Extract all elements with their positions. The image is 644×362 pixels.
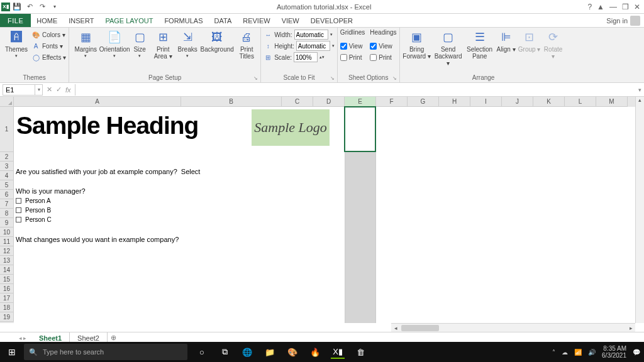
- horizontal-scrollbar[interactable]: ◂ ▸: [391, 323, 635, 332]
- cancel-formula-icon[interactable]: ✕: [47, 85, 52, 94]
- name-box-dropdown[interactable]: ▾: [35, 84, 43, 96]
- close-button[interactable]: ✕: [634, 3, 640, 11]
- row-header-1[interactable]: 1: [0, 107, 14, 152]
- effects-button[interactable]: ◯Effects ▾: [31, 52, 66, 63]
- row-header-3[interactable]: 3: [0, 162, 14, 171]
- maximize-button[interactable]: ❐: [622, 3, 629, 11]
- formula-input[interactable]: [75, 84, 635, 96]
- tab-file[interactable]: FILE: [0, 14, 31, 27]
- row-header-7[interactable]: 7: [0, 199, 14, 209]
- row-header-18[interactable]: 18: [0, 303, 14, 312]
- onedrive-icon[interactable]: ☁: [562, 349, 568, 356]
- breaks-button[interactable]: ⇲Breaks▾: [176, 29, 199, 58]
- notion-icon[interactable]: 🗑: [353, 345, 367, 359]
- excel-taskbar-icon[interactable]: X▮: [331, 345, 345, 359]
- scroll-up-icon[interactable]: ▴: [636, 97, 644, 106]
- col-header-f[interactable]: F: [376, 97, 408, 107]
- sign-in[interactable]: Sign in: [602, 14, 644, 27]
- send-backward-button[interactable]: ▢Send Backward ▾: [433, 29, 464, 67]
- row-header-16[interactable]: 16: [0, 284, 14, 293]
- row-header-13[interactable]: 13: [0, 256, 14, 265]
- row-header-4[interactable]: 4: [0, 171, 14, 180]
- tray-expand-icon[interactable]: ˄: [552, 349, 555, 356]
- col-header-g[interactable]: G: [408, 97, 439, 107]
- file-explorer-icon[interactable]: 📁: [263, 345, 277, 359]
- row-header-12[interactable]: 12: [0, 246, 14, 256]
- background-button[interactable]: 🖼Background: [200, 29, 234, 53]
- checkbox-person-c[interactable]: Person C: [16, 216, 52, 223]
- scale-dialog-icon[interactable]: ↘: [330, 75, 335, 81]
- redo-icon[interactable]: ↷: [36, 1, 48, 13]
- page-setup-dialog-icon[interactable]: ↘: [253, 75, 258, 81]
- select-all-corner[interactable]: [0, 97, 14, 107]
- fx-icon[interactable]: fx: [65, 86, 71, 94]
- print-titles-button[interactable]: 🖨Print Titles: [235, 29, 258, 60]
- qat-customize-icon[interactable]: ▾: [49, 1, 60, 13]
- height-input[interactable]: [296, 41, 330, 51]
- tab-developer[interactable]: DEVELOPER: [305, 14, 358, 27]
- row-header-2[interactable]: 2: [0, 152, 14, 162]
- headings-view-checkbox[interactable]: View: [370, 40, 396, 52]
- row-header-19[interactable]: 19: [0, 312, 14, 322]
- ribbon-options-button[interactable]: ▲: [597, 3, 604, 11]
- scroll-right-icon[interactable]: ▸: [626, 325, 635, 331]
- bring-forward-button[interactable]: ▣Bring Forward ▾: [402, 29, 431, 60]
- tab-home[interactable]: HOME: [31, 14, 63, 27]
- fonts-button[interactable]: AFonts ▾: [31, 40, 66, 52]
- row-header-10[interactable]: 10: [0, 228, 14, 237]
- question-1-select[interactable]: Select: [181, 168, 201, 175]
- sample-logo[interactable]: Sample Logo: [252, 109, 330, 146]
- headings-print-checkbox[interactable]: Print: [370, 52, 396, 63]
- help-button[interactable]: ?: [587, 3, 592, 11]
- tab-data[interactable]: DATA: [209, 14, 238, 27]
- margins-button[interactable]: ▦Margins▾: [72, 29, 99, 58]
- col-header-e[interactable]: E: [345, 97, 376, 107]
- scale-input[interactable]: [294, 52, 318, 62]
- tab-review[interactable]: REVIEW: [237, 14, 275, 27]
- app-icon[interactable]: 🔥: [308, 345, 322, 359]
- row-header-9[interactable]: 9: [0, 218, 14, 228]
- col-header-b[interactable]: B: [181, 97, 282, 107]
- row-header-11[interactable]: 11: [0, 237, 14, 246]
- sheet-options-dialog-icon[interactable]: ↘: [392, 75, 397, 81]
- notifications-icon[interactable]: 💬: [633, 349, 640, 356]
- minimize-button[interactable]: —: [609, 3, 617, 11]
- row-header-14[interactable]: 14: [0, 265, 14, 275]
- tab-insert[interactable]: INSERT: [63, 14, 99, 27]
- col-header-l[interactable]: L: [565, 97, 596, 107]
- row-header-6[interactable]: 6: [0, 190, 14, 199]
- taskbar-search[interactable]: 🔍 Type here to search: [24, 344, 187, 360]
- paint-icon[interactable]: 🎨: [286, 345, 299, 359]
- orientation-button[interactable]: 📄Orientation▾: [101, 29, 128, 58]
- enter-formula-icon[interactable]: ✓: [56, 85, 62, 94]
- chrome-icon[interactable]: 🌐: [240, 345, 254, 359]
- width-input[interactable]: [294, 30, 328, 40]
- add-sheet-button[interactable]: ⊕: [108, 334, 120, 342]
- taskbar-clock[interactable]: 8:35 AM 6/3/2021: [602, 345, 626, 359]
- size-button[interactable]: ▢Size▾: [130, 29, 150, 58]
- vertical-scrollbar[interactable]: ▴: [635, 97, 644, 323]
- col-header-m[interactable]: M: [596, 97, 628, 107]
- task-view-icon[interactable]: ⧉: [218, 345, 231, 359]
- volume-icon[interactable]: 🔊: [588, 349, 596, 356]
- save-icon[interactable]: 💾: [11, 1, 23, 13]
- print-area-button[interactable]: ⊞Print Area ▾: [151, 29, 175, 60]
- name-box[interactable]: E1: [3, 84, 35, 96]
- themes-button[interactable]: 🅰Themes▾: [3, 29, 30, 58]
- col-header-d[interactable]: D: [313, 97, 345, 107]
- expand-formula-bar-icon[interactable]: ▾: [635, 87, 644, 93]
- row-header-5[interactable]: 5: [0, 180, 14, 190]
- row-header-15[interactable]: 15: [0, 275, 14, 284]
- colors-button[interactable]: 🎨Colors ▾: [31, 29, 66, 40]
- gridlines-view-checkbox[interactable]: View: [340, 40, 365, 52]
- col-header-k[interactable]: K: [533, 97, 565, 107]
- align-button[interactable]: ⊫Align ▾: [496, 29, 517, 53]
- gridlines-print-checkbox[interactable]: Print: [340, 52, 365, 63]
- cortana-icon[interactable]: ○: [195, 345, 209, 359]
- col-header-j[interactable]: J: [502, 97, 533, 107]
- spreadsheet-grid[interactable]: A B C D E F G H I J K L M 12345678910111…: [0, 97, 644, 332]
- tab-formulas[interactable]: FORMULAS: [158, 14, 208, 27]
- checkbox-person-a[interactable]: Person A: [16, 197, 51, 204]
- network-icon[interactable]: 📶: [574, 349, 582, 356]
- row-header-17[interactable]: 17: [0, 293, 14, 303]
